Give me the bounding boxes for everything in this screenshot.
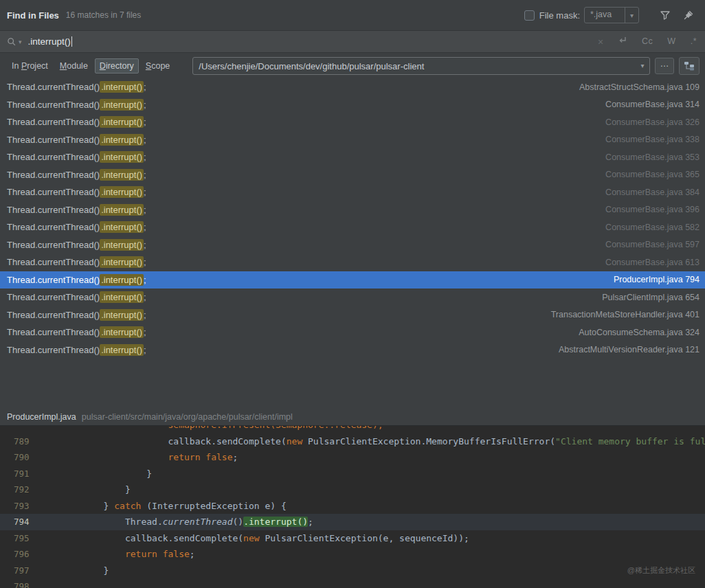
- code-line: 789 callback.sendComplete(new PulsarClie…: [0, 433, 705, 450]
- dialog-title: Find in Files: [7, 10, 59, 21]
- line-number: 797: [0, 563, 55, 579]
- scope-tabs: In Project Module Directory Scope: [7, 58, 175, 74]
- browse-button[interactable]: …: [655, 58, 674, 74]
- match-highlight: .interrupt(): [100, 169, 144, 181]
- filter-button[interactable]: [657, 7, 673, 23]
- code-text: return false;: [55, 546, 195, 563]
- match-highlight: .interrupt(): [100, 221, 144, 233]
- directory-structure-button[interactable]: [679, 57, 700, 75]
- result-row[interactable]: Thread.currentThread().interrupt();Abstr…: [0, 78, 705, 96]
- search-icon: [7, 37, 16, 47]
- file-mask-checkbox[interactable]: [524, 10, 535, 21]
- match-snippet: Thread.currentThread().interrupt();: [7, 239, 146, 251]
- match-snippet: Thread.currentThread().interrupt();: [7, 169, 146, 181]
- chevron-down-icon[interactable]: ▾: [636, 58, 649, 74]
- directory-path-field[interactable]: /Users/chenjie/Documents/dev/github/puls…: [192, 57, 650, 75]
- result-row[interactable]: Thread.currentThread().interrupt();Consu…: [0, 96, 705, 114]
- scope-row: In Project Module Directory Scope /Users…: [0, 53, 705, 78]
- result-row[interactable]: Thread.currentThread().interrupt();AutoC…: [0, 324, 705, 341]
- search-query: .interrupt(): [28, 36, 71, 47]
- result-row[interactable]: Thread.currentThread().interrupt();Consu…: [0, 113, 705, 131]
- result-row[interactable]: Thread.currentThread().interrupt();Consu…: [0, 218, 705, 236]
- clear-search-icon[interactable]: ×: [598, 37, 603, 47]
- regex-toggle[interactable]: .*: [691, 37, 697, 46]
- code-text: [55, 578, 60, 588]
- file-reference: PulsarClientImpl.java 654: [602, 293, 700, 302]
- result-row[interactable]: Thread.currentThread().interrupt();Produ…: [0, 271, 705, 289]
- match-snippet: Thread.currentThread().interrupt();: [7, 151, 146, 163]
- line-number: [0, 426, 55, 433]
- scope-tab-directory[interactable]: Directory: [95, 58, 139, 74]
- newline-icon[interactable]: [618, 36, 627, 47]
- scope-tab-module[interactable]: Module: [55, 58, 93, 74]
- match-snippet: Thread.currentThread().interrupt();: [7, 256, 146, 268]
- file-reference: ConsumerBase.java 396: [605, 205, 700, 214]
- file-reference: ConsumerBase.java 326: [605, 117, 700, 127]
- file-reference: AbstractStructSchema.java 109: [579, 82, 700, 92]
- file-mask-label: File mask:: [539, 10, 580, 21]
- code-line: 791 }: [0, 466, 705, 482]
- code-text: callback.sendComplete(new PulsarClientEx…: [55, 433, 705, 450]
- result-row[interactable]: Thread.currentThread().interrupt();Consu…: [0, 166, 705, 184]
- file-mask-combo[interactable]: *.java ▾: [584, 7, 639, 23]
- text-caret: [71, 36, 72, 47]
- result-row[interactable]: Thread.currentThread().interrupt();Consu…: [0, 148, 705, 166]
- results-list: Thread.currentThread().interrupt();Abstr…: [0, 78, 705, 408]
- result-row[interactable]: Thread.currentThread().interrupt();Consu…: [0, 236, 705, 254]
- search-actions: × Cc W .*: [598, 36, 697, 47]
- scope-tab-scope[interactable]: Scope: [141, 58, 175, 74]
- code-text: return false;: [55, 449, 238, 466]
- line-number: 792: [0, 482, 55, 498]
- code-text: callback.sendComplete(new PulsarClientEx…: [55, 530, 469, 547]
- code-line: 793 } catch (InterruptedException e) {: [0, 498, 705, 514]
- code-line: 794 Thread.currentThread().interrupt();: [0, 514, 705, 530]
- search-history-button[interactable]: ▾: [7, 37, 22, 47]
- match-highlight: .interrupt(): [100, 116, 144, 128]
- match-snippet: Thread.currentThread().interrupt();: [7, 309, 146, 321]
- chevron-down-icon[interactable]: ▾: [625, 8, 638, 23]
- code-text: }: [55, 466, 152, 482]
- code-line: 798: [0, 578, 705, 588]
- code-line: 796 return false;: [0, 546, 705, 563]
- code-text: } catch (InterruptedException e) {: [55, 498, 287, 514]
- line-number: 793: [0, 498, 55, 514]
- directory-path-value: /Users/chenjie/Documents/dev/github/puls…: [193, 58, 636, 74]
- code-text: Thread.currentThread().interrupt();: [55, 514, 313, 530]
- result-row[interactable]: Thread.currentThread().interrupt();Consu…: [0, 131, 705, 149]
- match-snippet: Thread.currentThread().interrupt();: [7, 186, 146, 198]
- result-row[interactable]: Thread.currentThread().interrupt();Pulsa…: [0, 289, 705, 306]
- line-number: 795: [0, 530, 55, 547]
- code-text: }: [55, 482, 131, 498]
- pin-button[interactable]: [680, 7, 697, 23]
- match-case-toggle[interactable]: Cc: [642, 37, 653, 46]
- code-preview-editor[interactable]: semaphore.ifPresent(Semaphore::release);…: [0, 426, 705, 588]
- match-highlight: .interrupt(): [100, 204, 144, 216]
- match-highlight: .interrupt(): [100, 309, 144, 321]
- result-row[interactable]: Thread.currentThread().interrupt();Consu…: [0, 201, 705, 219]
- match-snippet: Thread.currentThread().interrupt();: [7, 204, 146, 216]
- search-field[interactable]: ▾ .interrupt() × Cc W .*: [0, 30, 705, 53]
- file-reference: AbstractMultiVersionReader.java 121: [559, 345, 700, 354]
- result-row[interactable]: Thread.currentThread().interrupt();Consu…: [0, 253, 705, 271]
- result-row[interactable]: Thread.currentThread().interrupt();Abstr…: [0, 341, 705, 359]
- file-reference: ConsumerBase.java 353: [605, 152, 700, 162]
- match-highlight: .interrupt(): [100, 344, 144, 356]
- scope-tab-in-project[interactable]: In Project: [7, 58, 53, 74]
- file-reference: AutoConsumeSchema.java 324: [579, 328, 700, 337]
- match-highlight: .interrupt(): [100, 256, 144, 268]
- line-number: 789: [0, 433, 55, 450]
- filter-icon: [660, 10, 671, 21]
- file-reference: ConsumerBase.java 338: [605, 135, 700, 144]
- pin-icon: [683, 10, 694, 21]
- file-reference: ConsumerBase.java 582: [605, 223, 700, 232]
- result-row[interactable]: Thread.currentThread().interrupt();Trans…: [0, 306, 705, 324]
- result-row[interactable]: Thread.currentThread().interrupt();Consu…: [0, 183, 705, 201]
- file-reference: ConsumerBase.java 314: [605, 100, 700, 109]
- file-reference: ConsumerBase.java 613: [605, 258, 700, 267]
- whole-words-toggle[interactable]: W: [667, 37, 675, 46]
- match-snippet: Thread.currentThread().interrupt();: [7, 81, 146, 93]
- file-reference: ConsumerBase.java 365: [605, 170, 700, 179]
- directory-structure-icon: [684, 61, 695, 71]
- preview-header: ProducerImpl.java pulsar-client/src/main…: [0, 408, 705, 426]
- match-snippet: Thread.currentThread().interrupt();: [7, 221, 146, 233]
